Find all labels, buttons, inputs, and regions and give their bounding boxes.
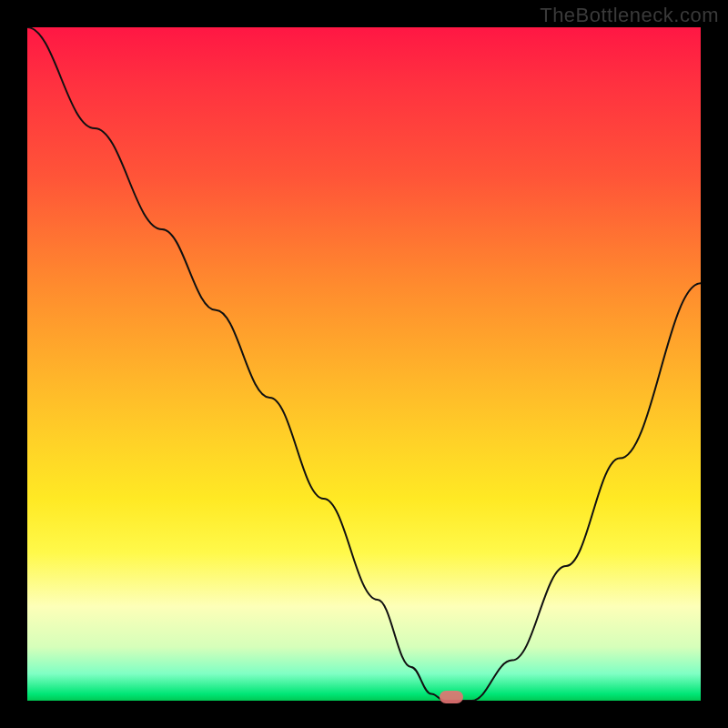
chart-container: TheBottleneck.com bbox=[0, 0, 728, 728]
plot-area bbox=[27, 27, 701, 701]
optimum-marker bbox=[440, 691, 463, 703]
bottleneck-curve bbox=[27, 27, 701, 701]
watermark-text: TheBottleneck.com bbox=[540, 4, 719, 27]
